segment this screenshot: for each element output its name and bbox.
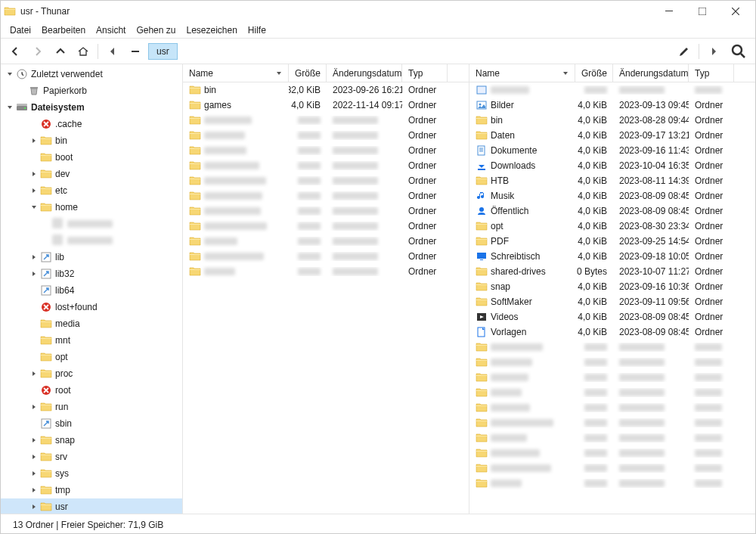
menu-datei[interactable]: Datei [5, 23, 36, 37]
file-row[interactable] [469, 446, 755, 461]
expand-icon[interactable] [29, 169, 39, 179]
expand-icon[interactable] [29, 436, 39, 445]
tree-node-Dateisystem[interactable]: Dateisystem [1, 99, 182, 116]
breadcrumb-current[interactable]: usr [148, 43, 178, 60]
expand-icon[interactable] [29, 269, 39, 278]
file-row[interactable]: opt4,0 KiB2023-08-30 23:34:48Ordner [469, 219, 755, 234]
nav-left-icon[interactable] [103, 42, 122, 61]
expand-icon[interactable] [42, 219, 51, 228]
up-button[interactable]: document.write(ICONS.chevU) [51, 42, 70, 61]
expand-icon[interactable] [29, 153, 39, 162]
forward-button[interactable]: document.write(ICONS.chevR) [28, 42, 48, 61]
tree-node-Papierkorb[interactable]: Papierkorb [1, 82, 182, 99]
expand-icon[interactable] [42, 236, 51, 245]
tree-node-root[interactable]: root [1, 382, 182, 399]
minimize-button[interactable]: document.write(ICONS.winmin) [652, 1, 686, 22]
file-row[interactable] [469, 461, 755, 476]
file-row[interactable]: Musik4,0 KiB2023-08-09 08:45:13Ordner [469, 188, 755, 203]
edit-path-button[interactable]: document.write(ICONS.pencil) [674, 42, 694, 61]
expand-icon[interactable] [29, 203, 39, 212]
file-row[interactable] [469, 82, 755, 98]
tree-node-run[interactable]: run [1, 399, 182, 415]
tree-node-srv[interactable]: srv [1, 449, 182, 465]
tree-node-mnt[interactable]: mnt [1, 332, 182, 349]
menu-gehen zu[interactable]: Gehen zu [132, 23, 180, 37]
file-row[interactable]: snap4,0 KiB2023-09-16 10:36:57Ordner [469, 279, 755, 294]
expand-icon[interactable] [29, 253, 39, 262]
expand-icon[interactable] [29, 120, 39, 129]
expand-icon[interactable] [29, 502, 39, 511]
tree-node-sbin[interactable]: sbin [1, 415, 182, 432]
expand-icon[interactable] [29, 319, 39, 328]
tree-node-snap[interactable]: snap [1, 432, 182, 449]
expand-icon[interactable] [29, 336, 39, 345]
tree-node-home[interactable]: home [1, 199, 182, 216]
file-row[interactable]: shared-drives0 Bytes2023-10-07 11:27:29O… [469, 264, 755, 279]
file-row[interactable]: bin4,0 KiB2023-08-28 09:44:36Ordner [469, 113, 755, 128]
col-name[interactable]: Name [469, 64, 575, 82]
file-row[interactable] [469, 400, 755, 415]
tree-node-Zuletzt verwendet[interactable]: Zuletzt verwendet [1, 66, 182, 82]
menu-lesezeichen[interactable]: Lesezeichen [181, 23, 241, 37]
col-type[interactable]: Typ [689, 64, 734, 82]
tree-node-.cache[interactable]: .cache [1, 116, 182, 132]
tree-node-sys[interactable]: sys [1, 465, 182, 482]
file-row[interactable]: Ordner [183, 113, 469, 128]
file-row[interactable] [469, 340, 755, 355]
file-list[interactable]: bin132,0 KiB2023-09-26 16:21:20Ordnergam… [183, 82, 469, 514]
file-row[interactable]: Schreibtisch4,0 KiB2023-09-18 10:05:01Or… [469, 249, 755, 264]
tree-node-lib32[interactable]: lib32 [1, 265, 182, 282]
col-date[interactable]: Änderungsdatum [327, 64, 402, 82]
tree-node-blurred[interactable] [1, 232, 182, 249]
tree-node-lib64[interactable]: lib64 [1, 282, 182, 299]
file-row[interactable]: Videos4,0 KiB2023-08-09 08:45:13Ordner [469, 309, 755, 324]
file-row[interactable]: Dokumente4,0 KiB2023-09-16 11:43:48Ordne… [469, 143, 755, 158]
file-row[interactable] [469, 370, 755, 385]
expand-icon[interactable] [29, 186, 39, 195]
tree-node-boot[interactable]: boot [1, 149, 182, 166]
tree-node-blurred[interactable] [1, 216, 182, 232]
file-row[interactable]: Ordner [183, 249, 469, 264]
col-name[interactable]: Name [183, 64, 289, 82]
expand-icon[interactable] [5, 70, 14, 79]
file-row[interactable]: SoftMaker4,0 KiB2023-09-11 09:56:50Ordne… [469, 294, 755, 309]
file-row[interactable]: Bilder4,0 KiB2023-09-13 09:45:19Ordner [469, 98, 755, 113]
file-row[interactable] [469, 415, 755, 430]
tree-node-proc[interactable]: proc [1, 365, 182, 382]
expand-icon[interactable] [29, 452, 39, 461]
tree-node-media[interactable]: media [1, 315, 182, 332]
file-row[interactable] [469, 355, 755, 370]
file-row[interactable]: HTB4,0 KiB2023-08-11 14:39:10Ordner [469, 173, 755, 188]
tree-node-tmp[interactable]: tmp [1, 482, 182, 498]
col-size[interactable]: Größe [575, 64, 613, 82]
file-row[interactable]: Ordner [183, 173, 469, 188]
tree-node-opt[interactable]: opt [1, 349, 182, 365]
file-row[interactable]: Ordner [183, 143, 469, 158]
maximize-button[interactable]: document.write(ICONS.winmax) [686, 1, 719, 22]
tree-node-dev[interactable]: dev [1, 166, 182, 182]
nav-right-icon[interactable] [704, 42, 723, 61]
file-row[interactable]: Ordner [183, 234, 469, 249]
file-row[interactable]: Öffentlich4,0 KiB2023-08-09 08:45:13Ordn… [469, 203, 755, 219]
expand-icon[interactable] [17, 86, 26, 95]
expand-icon[interactable] [29, 303, 39, 312]
file-row[interactable]: Ordner [183, 264, 469, 279]
expand-icon[interactable] [29, 469, 39, 478]
back-button[interactable]: document.write(ICONS.chevL) [5, 42, 25, 61]
file-row[interactable]: Ordner [183, 188, 469, 203]
file-row[interactable]: PDF4,0 KiB2023-09-25 14:54:09Ordner [469, 234, 755, 249]
file-row[interactable] [469, 430, 755, 446]
file-row[interactable]: Ordner [183, 128, 469, 143]
file-row[interactable] [469, 385, 755, 400]
tree-node-etc[interactable]: etc [1, 182, 182, 199]
tree-node-bin[interactable]: bin [1, 132, 182, 149]
home-button[interactable]: document.write(ICONS.home) [73, 42, 93, 61]
expand-icon[interactable] [29, 369, 39, 378]
expand-icon[interactable] [29, 352, 39, 362]
tree-node-usr[interactable]: usr [1, 498, 182, 514]
file-row[interactable]: Vorlagen4,0 KiB2023-08-09 08:45:13Ordner [469, 324, 755, 340]
expand-icon[interactable] [29, 419, 39, 428]
drive-icon[interactable]: document.write(ICONS.minus) [125, 42, 145, 61]
file-row[interactable]: bin132,0 KiB2023-09-26 16:21:20Ordner [183, 82, 469, 98]
file-row[interactable]: Daten4,0 KiB2023-09-17 13:21:26Ordner [469, 128, 755, 143]
